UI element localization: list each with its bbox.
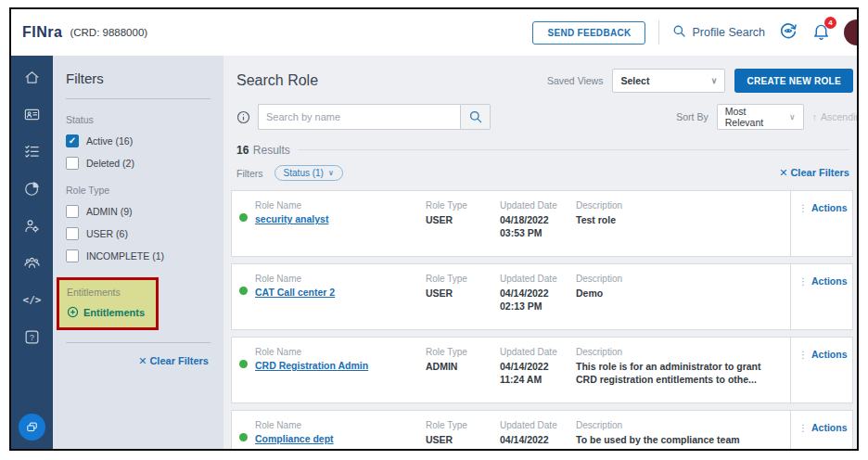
profile-search-label: Profile Search (692, 26, 765, 39)
table-row: Role Name CAT Call center 2 Role Type US… (231, 263, 853, 330)
arrow-up-icon: ↑ (812, 111, 817, 122)
description-cell: Description Demo (576, 274, 783, 318)
filter-option-incomplete[interactable]: INCOMPLETE (1) (66, 249, 211, 262)
description-cell: Description To be used by the compliance… (576, 420, 783, 449)
dots-vertical-icon: ⋮ (798, 350, 808, 360)
sidebar-item-api[interactable]: </> (23, 290, 42, 309)
actions-button[interactable]: ⋮ Actions (798, 349, 852, 360)
ascending-toggle[interactable]: ↑ Ascending (812, 111, 857, 122)
nav-sidebar: </> ? (11, 56, 53, 449)
search-icon (468, 109, 483, 124)
send-feedback-button[interactable]: SEND FEEDBACK (532, 21, 645, 45)
search-input[interactable] (258, 104, 460, 130)
role-type-cell: Role Type USER (426, 274, 492, 318)
column-header-updated-date: Updated Date (500, 200, 568, 211)
role-type-section-label: Role Type (66, 185, 211, 196)
recently-viewed-button[interactable] (778, 20, 798, 45)
filter-option-deleted[interactable]: Deleted (2) (66, 157, 211, 170)
results-divider (298, 149, 849, 150)
sort-by-select[interactable]: Most Relevant ∨ (717, 104, 804, 130)
role-type-cell: Role Type USER (426, 420, 492, 449)
sidebar-item-groups[interactable] (23, 253, 42, 272)
panel-clear-filters-link[interactable]: ✕Clear Filters (66, 355, 211, 367)
add-entitlements-link[interactable]: Entitlements (67, 306, 148, 318)
actions-cell: ⋮ Actions (790, 338, 852, 402)
column-header-updated-date: Updated Date (500, 274, 568, 284)
updated-date-value: 04/14/202211:24 AM (500, 360, 568, 386)
actions-button[interactable]: ⋮ Actions (798, 202, 852, 213)
dots-vertical-icon: ⋮ (798, 276, 808, 287)
filter-option-admin[interactable]: ADMIN (9) (66, 205, 211, 218)
notifications-button[interactable]: 4 (811, 21, 831, 45)
svg-text:?: ? (30, 332, 34, 341)
filter-option-label: Deleted (2) (86, 158, 134, 169)
role-name-link[interactable]: security analyst (255, 213, 418, 224)
chevron-down-icon: ∨ (780, 112, 796, 121)
updated-date-cell: Updated Date 04/14/202210:20 AM (500, 420, 568, 449)
sort-by-label: Sort By (676, 111, 708, 122)
sidebar-item-profile[interactable] (23, 105, 42, 123)
checkbox-incomplete[interactable] (66, 249, 79, 262)
column-header-role-name: Role Name (255, 347, 418, 357)
actions-button[interactable]: ⋮ Actions (798, 275, 852, 287)
crd-number: (CRD: 9888000) (70, 27, 147, 38)
role-name-link[interactable]: CRD Registration Admin (255, 360, 418, 371)
sidebar-item-reports[interactable] (23, 179, 42, 198)
home-icon (23, 69, 41, 86)
search-submit-button[interactable] (460, 104, 491, 130)
filter-option-user[interactable]: USER (6) (66, 227, 211, 240)
create-new-role-button[interactable]: CREATE NEW ROLE (734, 69, 853, 93)
header-divider (658, 20, 659, 45)
id-card-icon (23, 106, 41, 123)
active-status-dot (239, 213, 248, 222)
checkbox-deleted[interactable] (66, 157, 79, 170)
entitlements-highlight-annotation: Entitlements Entitlements (57, 277, 159, 330)
header-actions: SEND FEEDBACK Profile Search (532, 19, 857, 45)
role-name-link[interactable]: Compliance dept (255, 433, 418, 444)
actions-label: Actions (811, 422, 848, 433)
active-status-dot (239, 360, 248, 368)
top-header: FINra (CRD: 9888000) SEND FEEDBACK Profi… (11, 9, 857, 56)
checkbox-user[interactable] (66, 227, 79, 240)
sidebar-item-home[interactable] (23, 68, 42, 86)
description-value: This role is for an administrator to gra… (576, 360, 783, 386)
row-body: Role Name CAT Call center 2 Role Type US… (232, 264, 790, 329)
search-icon (672, 24, 686, 41)
sidebar-item-user-admin[interactable] (23, 216, 42, 235)
sort-group: Sort By Most Relevant ∨ ↑ Ascending (676, 104, 857, 130)
actions-label: Actions (811, 349, 848, 360)
actions-button[interactable]: ⋮ Actions (798, 422, 852, 433)
clear-filters-label: Clear Filters (790, 167, 849, 178)
filter-option-label: USER (6) (86, 228, 128, 239)
filter-option-label: Active (16) (86, 135, 133, 147)
column-header-description: Description (576, 274, 783, 284)
pie-chart-icon (23, 180, 41, 198)
window-switcher-button[interactable] (19, 414, 45, 441)
clear-x-icon: ✕ (138, 355, 147, 366)
row-body: Role Name security analyst Role Type USE… (232, 191, 790, 256)
applied-filters-row: Filters Status (1) ∨ ✕Clear Filters (231, 165, 853, 181)
column-header-role-type: Role Type (426, 420, 492, 430)
actions-label: Actions (811, 202, 848, 213)
saved-views-label: Saved Views (547, 75, 604, 86)
profile-search-button[interactable]: Profile Search (672, 24, 765, 41)
saved-views-select[interactable]: Select ∨ (612, 69, 725, 93)
column-header-description: Description (576, 420, 783, 430)
checkbox-admin[interactable] (66, 205, 79, 218)
main-clear-filters-link[interactable]: ✕Clear Filters (779, 167, 853, 179)
sidebar-item-tasks[interactable] (23, 142, 42, 160)
status-filter-chip[interactable]: Status (1) ∨ (274, 165, 343, 181)
help-icon: ? (23, 328, 41, 346)
description-cell: Description This role is for an administ… (576, 347, 783, 391)
status-section-label: Status (66, 114, 211, 125)
sidebar-item-help[interactable]: ? (23, 327, 42, 346)
role-name-link[interactable]: CAT Call center 2 (255, 287, 418, 298)
user-gear-icon (23, 217, 41, 235)
checkbox-active[interactable]: ✓ (66, 134, 79, 147)
results-label: Results (253, 144, 290, 157)
results-list: Role Name security analyst Role Type USE… (231, 190, 853, 449)
user-avatar[interactable] (844, 19, 859, 45)
history-eye-icon (778, 20, 798, 45)
table-row: Role Name security analyst Role Type USE… (231, 190, 853, 257)
filter-option-active[interactable]: ✓ Active (16) (66, 134, 211, 147)
